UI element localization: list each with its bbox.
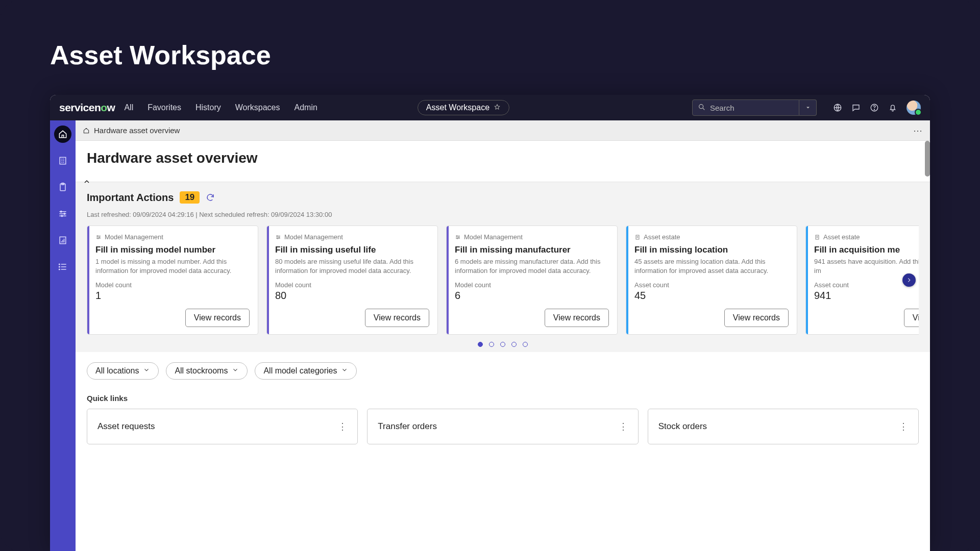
quick-link-card[interactable]: Transfer orders⋮: [367, 409, 638, 444]
search-wrap: Search: [692, 99, 817, 116]
action-card: Model ManagementFill in missing model nu…: [87, 226, 258, 335]
breadcrumb[interactable]: Hardware asset overview: [83, 126, 180, 135]
nav-link-workspaces[interactable]: Workspaces: [235, 103, 280, 112]
card-metric-label: Asset count: [634, 281, 789, 289]
chevron-down-icon: [143, 366, 150, 375]
quick-link-card[interactable]: Asset requests⋮: [87, 409, 358, 444]
svg-point-21: [458, 237, 459, 238]
svg-rect-23: [636, 235, 639, 239]
star-icon[interactable]: [494, 104, 501, 112]
quick-link-label: Transfer orders: [378, 421, 437, 432]
globe-icon[interactable]: [833, 103, 842, 112]
chat-icon[interactable]: [851, 103, 861, 112]
filter-pill[interactable]: All stockrooms: [166, 362, 248, 380]
svg-point-19: [277, 238, 278, 239]
important-actions-title: Important Actions: [87, 192, 174, 204]
nav-link-admin[interactable]: Admin: [295, 103, 317, 112]
card-category: Model Management: [455, 233, 609, 241]
svg-point-13: [59, 269, 60, 270]
brand-text-pre: servicen: [59, 102, 101, 113]
quick-link-label: Asset requests: [97, 421, 155, 432]
svg-point-16: [97, 238, 99, 239]
filter-pill[interactable]: All model categories: [255, 362, 357, 380]
rail-clipboard[interactable]: [54, 179, 71, 196]
quick-link-card[interactable]: Stock orders⋮: [648, 409, 919, 444]
card-metric-label: Model count: [455, 281, 609, 289]
search-icon: [698, 103, 706, 113]
svg-point-22: [457, 238, 458, 239]
brand-logo[interactable]: servicenow: [59, 102, 115, 114]
view-records-button[interactable]: View records: [185, 309, 250, 327]
card-description: 1 model is missing a model number. Add t…: [95, 257, 250, 275]
pager-dot[interactable]: [523, 342, 528, 347]
collapse-chevron-icon[interactable]: [83, 178, 91, 188]
card-title: Fill in missing location: [634, 245, 789, 255]
help-icon[interactable]: [870, 103, 879, 112]
avatar[interactable]: [906, 101, 921, 115]
scrollbar-thumb[interactable]: [925, 141, 930, 177]
pager-dot[interactable]: [478, 342, 483, 347]
filter-label: All locations: [95, 366, 139, 375]
refresh-icon[interactable]: [206, 193, 215, 202]
nav-link-history[interactable]: History: [195, 103, 221, 112]
breadcrumb-bar: Hardware asset overview ⋯: [76, 120, 930, 141]
svg-point-9: [61, 215, 63, 217]
rail-list[interactable]: [54, 258, 71, 276]
svg-point-12: [59, 266, 60, 267]
kebab-menu-icon[interactable]: ⋮: [899, 421, 908, 432]
lower-section: All locationsAll stockroomsAll model cat…: [76, 352, 930, 444]
rail-home[interactable]: [54, 126, 71, 143]
view-records-button[interactable]: View records: [904, 309, 919, 327]
filter-pill[interactable]: All locations: [87, 362, 159, 380]
breadcrumb-more-icon[interactable]: ⋯: [913, 125, 923, 136]
page-title: Hardware asset overview: [87, 150, 919, 166]
view-records-button[interactable]: View records: [365, 309, 429, 327]
rail-report[interactable]: [54, 232, 71, 249]
card-metric-value: 6: [455, 290, 609, 302]
brand-text-o: o: [101, 102, 107, 113]
view-records-button[interactable]: View records: [545, 309, 609, 327]
important-actions-count-badge: 19: [180, 191, 200, 204]
card-metric-label: Model count: [275, 281, 429, 289]
nav-links: All Favorites History Workspaces Admin: [124, 103, 317, 112]
card-metric-value: 941: [814, 290, 919, 302]
kebab-menu-icon[interactable]: ⋮: [338, 421, 347, 432]
card-metric-value: 1: [95, 290, 250, 302]
card-metric-label: Model count: [95, 281, 250, 289]
kebab-menu-icon[interactable]: ⋮: [619, 421, 628, 432]
bell-icon[interactable]: [888, 103, 897, 112]
card-description: 941 assets have acquisition. Add this in…: [814, 257, 919, 275]
card-category: Model Management: [275, 233, 429, 241]
svg-point-15: [99, 237, 100, 238]
chevron-down-icon: [341, 366, 348, 375]
search-placeholder: Search: [710, 104, 734, 112]
quick-links-row: Asset requests⋮Transfer orders⋮Stock ord…: [87, 409, 919, 444]
scroll-next-button[interactable]: [902, 273, 916, 287]
rail-sliders[interactable]: [54, 205, 71, 222]
top-nav: servicenow All Favorites History Workspa…: [50, 95, 930, 120]
card-metric-value: 45: [634, 290, 789, 302]
action-card: Model ManagementFill in missing useful l…: [266, 226, 438, 335]
content-area: Hardware asset overview ⋯ Hardware asset…: [76, 120, 930, 551]
search-input[interactable]: Search: [692, 99, 799, 116]
rail-building[interactable]: [54, 152, 71, 169]
svg-point-7: [60, 211, 62, 213]
svg-point-20: [456, 235, 457, 236]
card-description: 6 models are missing manufacturer data. …: [455, 257, 609, 275]
card-title: Fill in missing manufacturer: [455, 245, 609, 255]
card-title: Fill in missing useful life: [275, 245, 429, 255]
nav-link-favorites[interactable]: Favorites: [148, 103, 181, 112]
workspace-pill[interactable]: Asset Workspace: [418, 100, 509, 115]
search-dropdown[interactable]: [799, 99, 817, 116]
view-records-button[interactable]: View records: [724, 309, 789, 327]
card-title: Fill in missing model number: [95, 245, 250, 255]
pager-dot[interactable]: [489, 342, 494, 347]
quick-link-label: Stock orders: [658, 421, 707, 432]
action-card: Asset estateFill in acquisition me941 as…: [805, 226, 919, 335]
pager-dot[interactable]: [500, 342, 505, 347]
important-actions-section: Important Actions 19 Last refreshed: 09/…: [76, 182, 930, 352]
workspace-pill-label: Asset Workspace: [426, 103, 489, 112]
nav-link-all[interactable]: All: [124, 103, 133, 112]
nav-utility-icons: [833, 101, 921, 115]
pager-dot[interactable]: [511, 342, 517, 347]
